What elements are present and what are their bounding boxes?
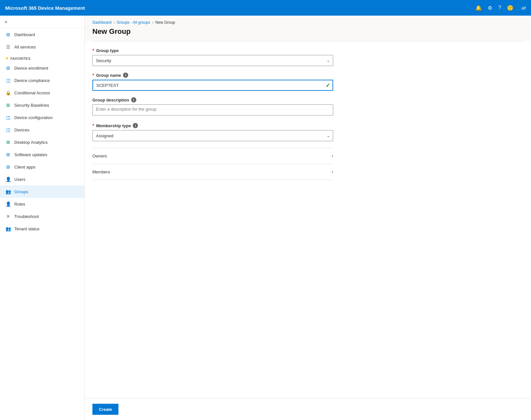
sidebar-item-label: Client apps <box>14 165 35 169</box>
required-star-membership: * <box>92 123 94 128</box>
device-enrollment-icon: ⊞ <box>5 65 11 71</box>
settings-icon[interactable]: ⚙ <box>488 5 492 11</box>
dashboard-icon: ⊞ <box>5 32 11 37</box>
topbar-icons: 🔔 ⚙ ? 🙂 alf <box>475 5 526 11</box>
page-title: New Group <box>85 25 531 41</box>
owners-chevron-icon: › <box>332 153 333 158</box>
software-updates-icon: ⊞ <box>5 152 11 157</box>
topbar: Microsoft 365 Device Management 🔔 ⚙ ? 🙂 … <box>0 0 531 16</box>
client-apps-icon: ⊞ <box>5 164 11 170</box>
membership-type-info-icon[interactable]: i <box>133 123 138 128</box>
sidebar-collapse-button[interactable]: « <box>0 16 84 28</box>
group-name-label: * Group name i <box>92 73 333 78</box>
group-type-select[interactable]: Security Microsoft 365 <box>92 55 333 66</box>
groups-icon: 👥 <box>5 189 11 195</box>
sidebar-item-device-enrollment[interactable]: ⊞ Device enrollment <box>0 62 84 74</box>
desktop-analytics-icon: ⊞ <box>5 139 11 145</box>
sidebar-item-label: Device configuration <box>14 115 53 120</box>
sidebar-item-label: Tenant status <box>14 226 39 231</box>
sidebar-item-groups[interactable]: 👥 Groups <box>0 185 84 198</box>
group-type-label: * Group type <box>92 48 333 53</box>
membership-type-field: * Membership type i Assigned Dynamic Use… <box>92 123 333 141</box>
favorites-label: ★ FAVORITES <box>0 53 84 62</box>
sidebar-item-label: Users <box>14 177 25 182</box>
devices-icon: ◫ <box>5 127 11 133</box>
sidebar-item-label: Roles <box>14 202 25 207</box>
group-description-label: Group description i <box>92 97 333 102</box>
members-label: Members <box>92 169 110 174</box>
owners-expand-header[interactable]: Owners › <box>92 148 333 164</box>
sidebar-item-label: Device enrollment <box>14 66 48 71</box>
sidebar: « ⊞ Dashboard ☰ All services ★ FAVORITES… <box>0 16 85 420</box>
sidebar-item-label: Devices <box>14 128 29 132</box>
sidebar-item-label: All services <box>14 45 36 49</box>
membership-type-select-wrapper: Assigned Dynamic User Dynamic Device ⌄ <box>92 130 333 141</box>
sidebar-item-client-apps[interactable]: ⊞ Client apps <box>0 161 84 173</box>
roles-icon: 👤 <box>5 201 11 207</box>
sidebar-item-label: Desktop Analytics <box>14 140 48 145</box>
username: alf <box>521 6 526 10</box>
breadcrumb-dashboard[interactable]: Dashboard <box>92 20 112 25</box>
members-chevron-icon: › <box>332 169 333 174</box>
breadcrumb-sep-1: › <box>114 20 115 25</box>
sidebar-item-software-updates[interactable]: ⊞ Software updates <box>0 148 84 161</box>
sidebar-item-troubleshoot[interactable]: ✕ Troubleshoot <box>0 210 84 223</box>
collapse-icon: « <box>5 19 7 25</box>
sidebar-item-label: Dashboard <box>14 32 35 37</box>
members-expand-header[interactable]: Members › <box>92 164 333 180</box>
breadcrumb-groups[interactable]: Groups - All groups <box>117 20 150 25</box>
sidebar-item-label: Troubleshoot <box>14 214 39 219</box>
sidebar-item-all-services[interactable]: ☰ All services <box>0 41 84 53</box>
create-button[interactable]: Create <box>92 404 118 415</box>
members-section: Members › <box>92 164 333 180</box>
group-description-info-icon[interactable]: i <box>131 97 136 102</box>
required-star-name: * <box>92 73 94 78</box>
troubleshoot-icon: ✕ <box>5 213 11 219</box>
top-divider <box>92 41 523 41</box>
group-name-input[interactable] <box>92 80 333 91</box>
sidebar-item-label: Security Baselines <box>14 103 49 108</box>
star-icon: ★ <box>5 56 8 61</box>
bottom-bar: Create <box>85 398 531 420</box>
group-description-input[interactable] <box>92 104 333 115</box>
help-icon[interactable]: ? <box>498 5 501 11</box>
content-area: Dashboard › Groups - All groups › New Gr… <box>85 16 531 420</box>
notifications-icon[interactable]: 🔔 <box>475 5 482 11</box>
sidebar-item-dashboard[interactable]: ⊞ Dashboard <box>0 28 84 41</box>
membership-type-select[interactable]: Assigned Dynamic User Dynamic Device <box>92 130 333 141</box>
app-title: Microsoft 365 Device Management <box>5 5 475 11</box>
sidebar-item-security-baselines[interactable]: ⊞ Security Baselines <box>0 99 84 111</box>
sidebar-item-conditional-access[interactable]: 🔒 Conditional Access <box>0 87 84 99</box>
device-compliance-icon: ◫ <box>5 77 11 83</box>
conditional-access-icon: 🔒 <box>5 90 11 96</box>
owners-label: Owners <box>92 154 107 158</box>
feedback-icon[interactable]: 🙂 <box>507 5 513 11</box>
all-services-icon: ☰ <box>5 44 11 50</box>
form-content: * Group type Security Microsoft 365 ⌄ * … <box>85 41 531 398</box>
users-icon: 👤 <box>5 176 11 182</box>
breadcrumb: Dashboard › Groups - All groups › New Gr… <box>85 16 531 25</box>
breadcrumb-sep-2: › <box>152 20 153 25</box>
sidebar-item-users[interactable]: 👤 Users <box>0 173 84 185</box>
sidebar-item-label: Conditional Access <box>14 90 50 95</box>
group-description-field: Group description i <box>92 97 333 116</box>
sidebar-item-label: Device compliance <box>14 78 50 83</box>
sidebar-item-devices[interactable]: ◫ Devices <box>0 124 84 136</box>
sidebar-item-tenant-status[interactable]: 👥 Tenant status <box>0 223 84 235</box>
sidebar-item-label: Groups <box>14 189 28 194</box>
sidebar-item-roles[interactable]: 👤 Roles <box>0 198 84 210</box>
security-baselines-icon: ⊞ <box>5 102 11 108</box>
sidebar-item-device-configuration[interactable]: ◫ Device configuration <box>0 111 84 124</box>
group-name-info-icon[interactable]: i <box>123 73 128 78</box>
sidebar-item-desktop-analytics[interactable]: ⊞ Desktop Analytics <box>0 136 84 148</box>
group-type-field: * Group type Security Microsoft 365 ⌄ <box>92 48 333 66</box>
breadcrumb-current: New Group <box>155 20 175 25</box>
device-configuration-icon: ◫ <box>5 115 11 120</box>
sidebar-item-label: Software updates <box>14 152 47 157</box>
group-type-select-wrapper: Security Microsoft 365 ⌄ <box>92 55 333 66</box>
membership-type-label: * Membership type i <box>92 123 333 128</box>
group-name-field: * Group name i ✓ <box>92 73 333 91</box>
sidebar-item-device-compliance[interactable]: ◫ Device compliance <box>0 74 84 87</box>
main-layout: « ⊞ Dashboard ☰ All services ★ FAVORITES… <box>0 16 531 420</box>
owners-section: Owners › <box>92 148 333 164</box>
